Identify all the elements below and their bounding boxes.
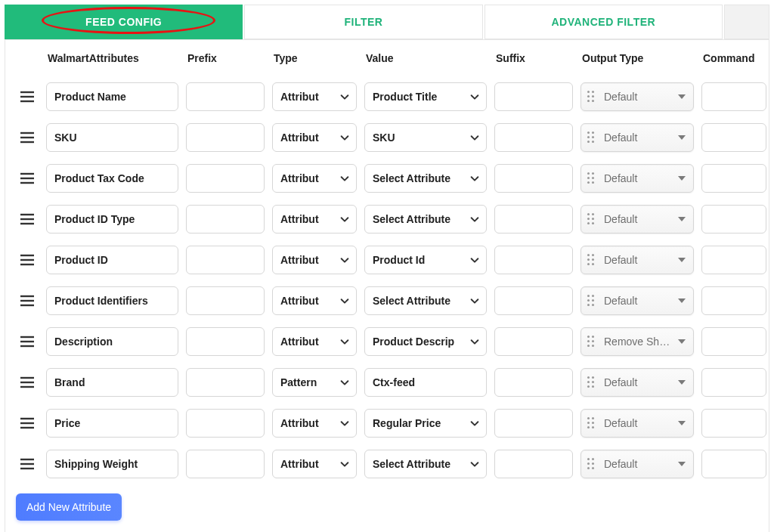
tabs: FEED CONFIG FILTER ADVANCED FILTER — [5, 5, 769, 39]
suffix-input[interactable] — [494, 123, 573, 152]
drag-handle-icon[interactable] — [16, 172, 39, 184]
walmart-attribute-input[interactable]: Product ID Type — [46, 205, 178, 234]
output-type-select[interactable]: Default — [580, 205, 694, 234]
chevron-down-icon — [339, 459, 350, 469]
value-select[interactable]: Product Title — [364, 82, 487, 111]
drag-handle-icon[interactable] — [16, 213, 39, 225]
tab-feed-config[interactable]: FEED CONFIG — [5, 5, 243, 39]
walmart-attribute-input[interactable]: SKU — [46, 123, 178, 152]
tab-filter[interactable]: FILTER — [244, 5, 482, 39]
type-select[interactable]: Attribut — [272, 205, 357, 234]
type-select[interactable]: Attribut — [272, 246, 357, 274]
value-select[interactable]: Product Descrip — [364, 327, 487, 356]
grip-dots-icon — [587, 91, 595, 103]
prefix-input[interactable] — [186, 450, 265, 478]
value-select[interactable]: Ctx-feed — [364, 368, 487, 397]
drag-handle-icon[interactable] — [16, 91, 39, 103]
col-suffix: Suffix — [494, 46, 573, 70]
suffix-input[interactable] — [494, 327, 573, 356]
value-select[interactable]: Select Attribute — [364, 286, 487, 315]
prefix-input[interactable] — [186, 164, 265, 193]
suffix-input[interactable] — [494, 409, 573, 438]
value-select[interactable]: Select Attribute — [364, 450, 487, 478]
drag-handle-icon[interactable] — [16, 458, 39, 470]
chevron-down-icon — [469, 295, 480, 306]
output-type-select[interactable]: Default — [580, 164, 694, 193]
walmart-attribute-input[interactable]: Product Name — [46, 82, 178, 111]
command-input[interactable] — [701, 327, 766, 356]
type-select[interactable]: Attribut — [272, 82, 357, 111]
walmart-attribute-input[interactable]: Shipping Weight — [46, 450, 178, 478]
output-type-select[interactable]: Default — [580, 246, 694, 274]
drag-handle-icon[interactable] — [16, 417, 39, 429]
suffix-input[interactable] — [494, 368, 573, 397]
output-type-select[interactable]: Default — [580, 82, 694, 111]
chevron-down-icon — [339, 214, 350, 224]
drag-handle-icon[interactable] — [16, 131, 39, 144]
caret-down-icon — [678, 462, 686, 466]
prefix-input[interactable] — [186, 246, 265, 274]
output-type-select[interactable]: Remove Short... — [580, 327, 694, 356]
tab-advanced-filter[interactable]: ADVANCED FILTER — [485, 5, 723, 39]
col-walmart: WalmartAttributes — [46, 46, 178, 70]
walmart-attribute-input[interactable]: Product Tax Code — [46, 164, 178, 193]
walmart-attribute-input[interactable]: Product Identifiers — [46, 286, 178, 315]
suffix-input[interactable] — [494, 164, 573, 193]
type-select[interactable]: Attribut — [272, 409, 357, 438]
type-select[interactable]: Attribut — [272, 286, 357, 315]
command-input[interactable] — [701, 368, 766, 397]
command-input[interactable] — [701, 164, 766, 193]
drag-handle-icon[interactable] — [16, 295, 39, 307]
suffix-input[interactable] — [494, 205, 573, 234]
prefix-input[interactable] — [186, 409, 265, 438]
walmart-attribute-input[interactable]: Price — [46, 409, 178, 438]
prefix-input[interactable] — [186, 205, 265, 234]
output-type-select[interactable]: Default — [580, 409, 694, 438]
type-select[interactable]: Attribut — [272, 164, 357, 193]
type-select[interactable]: Attribut — [272, 450, 357, 478]
grip-dots-icon — [587, 336, 595, 348]
walmart-attribute-input[interactable]: Product ID — [46, 246, 178, 274]
walmart-attribute-input[interactable]: Description — [46, 327, 178, 356]
tab-label: FILTER — [345, 16, 383, 28]
prefix-input[interactable] — [186, 286, 265, 315]
output-type-select[interactable]: Default — [580, 123, 694, 152]
prefix-input[interactable] — [186, 368, 265, 397]
command-input[interactable] — [701, 82, 766, 111]
add-attribute-button[interactable]: Add New Attribute — [16, 493, 122, 521]
prefix-input[interactable] — [186, 123, 265, 152]
command-input[interactable] — [701, 205, 766, 234]
suffix-input[interactable] — [494, 286, 573, 315]
drag-handle-icon[interactable] — [16, 254, 39, 266]
output-type-select[interactable]: Default — [580, 286, 694, 315]
prefix-input[interactable] — [186, 82, 265, 111]
suffix-input[interactable] — [494, 246, 573, 274]
output-type-select[interactable]: Default — [580, 450, 694, 478]
drag-handle-icon[interactable] — [16, 376, 39, 388]
command-input[interactable] — [701, 450, 766, 478]
value-select[interactable]: Product Id — [364, 246, 487, 274]
table-row: Brand Pattern Ctx-feed Default — [5, 362, 769, 403]
command-input[interactable] — [701, 409, 766, 438]
table-body: Product Name Attribut Product Title Defa… — [5, 76, 769, 484]
type-select[interactable]: Attribut — [272, 327, 357, 356]
prefix-input[interactable] — [186, 327, 265, 356]
suffix-input[interactable] — [494, 82, 573, 111]
value-select[interactable]: Select Attribute — [364, 164, 487, 193]
suffix-input[interactable] — [494, 450, 573, 478]
drag-handle-icon[interactable] — [16, 336, 39, 348]
tab-label: FEED CONFIG — [85, 16, 162, 28]
output-type-select[interactable]: Default — [580, 368, 694, 397]
chevron-down-icon — [339, 377, 350, 388]
walmart-attribute-input[interactable]: Brand — [46, 368, 178, 397]
type-select[interactable]: Attribut — [272, 123, 357, 152]
type-select[interactable]: Pattern — [272, 368, 357, 397]
col-type: Type — [272, 46, 357, 70]
value-select[interactable]: SKU — [364, 123, 487, 152]
col-prefix: Prefix — [186, 46, 265, 70]
command-input[interactable] — [701, 246, 766, 274]
command-input[interactable] — [701, 123, 766, 152]
value-select[interactable]: Regular Price — [364, 409, 487, 438]
value-select[interactable]: Select Attribute — [364, 205, 487, 234]
command-input[interactable] — [701, 286, 766, 315]
